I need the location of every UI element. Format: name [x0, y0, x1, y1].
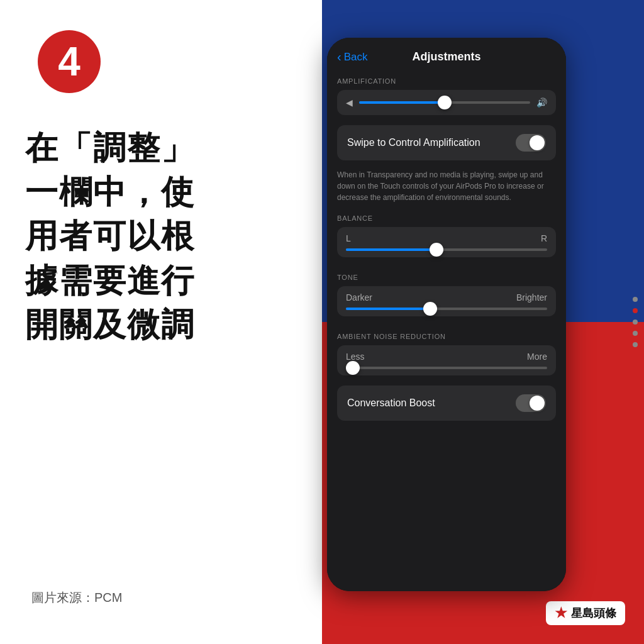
conversation-boost-switch[interactable] — [516, 394, 546, 412]
tone-labels: Darker Brighter — [346, 292, 547, 303]
balance-slider-container: L R — [337, 227, 556, 257]
back-chevron-icon: ‹ — [337, 50, 341, 64]
balance-fill — [346, 248, 436, 251]
dot-3 — [633, 319, 638, 325]
volume-high-icon: 🔊 — [536, 97, 547, 108]
tone-fill — [346, 308, 430, 310]
step-number-badge: 4 — [38, 30, 101, 93]
logo-area: ★ 星島頭條 — [546, 601, 625, 625]
ambient-more-label: More — [527, 352, 547, 362]
tone-section-label: TONE — [337, 274, 556, 281]
amplification-fill — [359, 101, 445, 104]
amplification-track[interactable] — [359, 101, 530, 104]
balance-thumb[interactable] — [430, 243, 443, 257]
nav-title: Adjustments — [412, 50, 480, 64]
tone-darker-label: Darker — [346, 292, 372, 303]
conversation-boost-row: Conversation Boost — [337, 386, 556, 421]
amplification-section: AMPLIFICATION ◀ 🔊 — [327, 71, 566, 125]
amplification-label: AMPLIFICATION — [337, 77, 556, 85]
balance-labels: L R — [346, 233, 547, 243]
dots-indicator — [633, 297, 638, 347]
balance-left-label: L — [346, 233, 351, 243]
dot-4 — [633, 331, 638, 336]
conversation-boost-knob — [530, 396, 545, 411]
dot-5 — [633, 342, 638, 347]
swipe-toggle-row: Swipe to Control Amplification — [337, 125, 556, 160]
ambient-track[interactable] — [346, 367, 547, 369]
tone-section: TONE Darker Brighter — [327, 267, 566, 326]
tone-track[interactable] — [346, 308, 547, 310]
phone-screen: ‹ Back Adjustments AMPLIFICATION ◀ 🔊 Swi… — [327, 38, 566, 591]
balance-right-label: R — [541, 233, 547, 243]
swipe-description: When in Transparency and no media is pla… — [327, 165, 566, 208]
balance-track[interactable] — [346, 248, 547, 251]
balance-section-label: BALANCE — [337, 214, 556, 222]
ambient-section: AMBIENT NOISE REDUCTION Less More — [327, 326, 566, 386]
back-label: Back — [344, 51, 368, 64]
source-label: 圖片來源：PCM — [31, 589, 122, 606]
ambient-labels: Less More — [346, 352, 547, 362]
main-chinese-text: 在「調整」一欄中，使用者可以根據需要進行開關及微調 — [25, 126, 289, 347]
logo-text: 星島頭條 — [571, 606, 616, 621]
amplification-thumb[interactable] — [438, 96, 452, 109]
logo-star-icon: ★ — [555, 605, 567, 621]
ambient-section-label: AMBIENT NOISE REDUCTION — [337, 333, 556, 340]
tone-thumb[interactable] — [423, 302, 437, 316]
source-text-content: 圖片來源：PCM — [31, 591, 122, 604]
phone-mockup: ‹ Back Adjustments AMPLIFICATION ◀ 🔊 Swi… — [327, 38, 566, 591]
swipe-toggle-switch[interactable] — [516, 134, 546, 152]
nav-bar: ‹ Back Adjustments — [327, 38, 566, 71]
balance-section: BALANCE L R — [327, 208, 566, 267]
volume-low-icon: ◀ — [346, 97, 353, 108]
swipe-toggle-knob — [530, 135, 545, 150]
ambient-slider-container: Less More — [337, 345, 556, 375]
dot-2 — [633, 308, 638, 313]
dot-1 — [633, 297, 638, 302]
conversation-boost-label: Conversation Boost — [347, 397, 435, 409]
amplification-slider-row: ◀ 🔊 — [337, 90, 556, 115]
tone-brighter-label: Brighter — [516, 292, 547, 303]
swipe-toggle-label: Swipe to Control Amplification — [347, 137, 480, 148]
ambient-less-label: Less — [346, 352, 365, 362]
back-button[interactable]: ‹ Back — [337, 50, 367, 64]
tone-slider-container: Darker Brighter — [337, 286, 556, 316]
ambient-thumb[interactable] — [346, 361, 360, 375]
step-number: 4 — [58, 38, 80, 85]
